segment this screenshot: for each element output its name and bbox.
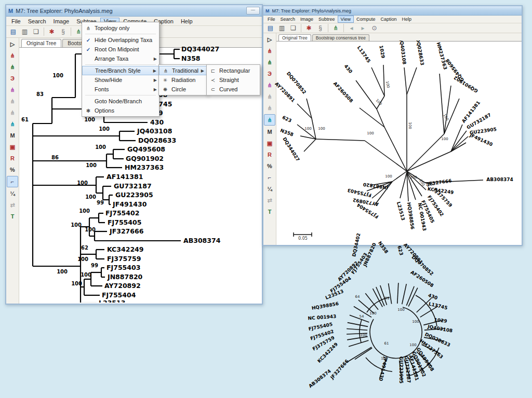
tree-style-icon[interactable]: ⋔ [264, 46, 275, 56]
highlight-tree-icon[interactable]: ⋔ [264, 114, 275, 126]
branch-length-icon[interactable]: ⌐ [264, 172, 275, 183]
save-icon[interactable]: ▤ [8, 27, 18, 36]
menu-item-root-on-midpoint[interactable]: ✓Root On Midpoint [82, 45, 159, 54]
checkmark-icon: ✓ [82, 47, 95, 52]
menu-file[interactable]: File [8, 18, 24, 25]
menu-item-goto-node-branch[interactable]: Goto Node/Branch [82, 97, 159, 106]
menu-item-show-hide[interactable]: Show/Hide▶ [82, 75, 159, 85]
menu-separator [85, 95, 156, 95]
copy-icon[interactable]: ❏ [31, 27, 41, 36]
menu-item-traditional[interactable]: ⋔Traditional▶ [159, 66, 207, 75]
menu-help[interactable]: Help [177, 18, 196, 25]
tab-original-tree[interactable]: Original Tree [278, 34, 311, 41]
app-icon: M [8, 8, 13, 14]
menu-caption[interactable]: Caption [378, 16, 399, 22]
toolbar-separator [301, 24, 301, 32]
menu-item-curved[interactable]: ⊂Curved [207, 85, 260, 94]
tab-original-tree[interactable]: Original Tree [21, 39, 61, 47]
menu-item-icon: ⋔ [159, 68, 172, 74]
tree-green-icon[interactable]: ⋔ [7, 62, 18, 72]
menu-item-fonts[interactable]: Fonts▶ [82, 85, 159, 94]
flip-branch-icon[interactable]: Э [7, 73, 18, 84]
root-icon[interactable]: R [7, 153, 18, 163]
root-icon[interactable]: R [264, 149, 275, 160]
svg-text:100: 100 [412, 320, 419, 324]
options-icon[interactable]: ✱ [304, 23, 314, 33]
svg-text:JF491430: JF491430 [378, 356, 389, 381]
menu-subtree[interactable]: Subtree [316, 16, 338, 22]
menu-file[interactable]: File [265, 16, 278, 22]
menu-item-icon: ✱ [82, 108, 95, 114]
taxa-font-icon[interactable]: T [264, 207, 275, 217]
swap-gray-icon[interactable]: ⇄ [264, 195, 275, 205]
titlebar[interactable]: M M7: Tree Explorer: PhyloAnalysis.meg — [6, 5, 262, 17]
tree-canvas[interactable] [276, 41, 522, 245]
menu-view[interactable]: View [338, 16, 354, 23]
menu-help[interactable]: Help [400, 16, 415, 22]
menu-item-rectangular[interactable]: ⊏Rectangular [207, 66, 260, 75]
menu-item-radiation[interactable]: ✳Radiation [159, 75, 207, 85]
svg-text:623: 623 [396, 245, 404, 256]
menu-item-hide-overlapping-taxa[interactable]: ✓Hide Overlapping Taxa [82, 35, 159, 45]
print-icon[interactable]: ▥ [277, 23, 287, 33]
divergence-icon[interactable]: ¼ [7, 188, 18, 199]
swap-subtree-icon[interactable]: ⋔ [7, 85, 18, 95]
svg-text:AF141381: AF141381 [408, 354, 420, 381]
menu-search[interactable]: Search [24, 18, 50, 25]
info-icon[interactable]: § [315, 23, 325, 33]
menu-image[interactable]: Image [298, 16, 316, 22]
menu-separator [85, 34, 156, 34]
save-icon[interactable]: ▤ [265, 23, 275, 33]
clock-icon[interactable]: ⊙ [369, 23, 379, 33]
tab-bootstrap-consensus-tree[interactable]: Bootstrap consensus tree [312, 34, 369, 41]
node-ids-icon[interactable]: % [7, 164, 18, 175]
taxa-font-icon[interactable]: T [7, 211, 18, 222]
menu-item-arrange-taxa[interactable]: Arrange Taxa▶ [82, 54, 159, 63]
compress-icon[interactable]: ⋔ [264, 103, 275, 113]
find-icon[interactable]: M [264, 127, 275, 137]
svg-text:100: 100 [397, 308, 404, 312]
root-box-icon[interactable]: ▣ [7, 142, 18, 152]
tree-green-icon[interactable]: ⋔ [264, 57, 275, 67]
cursor-icon[interactable]: ▷ [7, 39, 18, 49]
branch-length-icon[interactable]: ⌐ [7, 176, 18, 187]
menu-search[interactable]: Search [278, 16, 298, 22]
options-icon[interactable]: ✱ [47, 27, 57, 36]
root-box-icon[interactable]: ▣ [264, 138, 275, 148]
copy-icon[interactable]: ❏ [288, 23, 298, 33]
menu-item-straight[interactable]: ≺Straight [207, 75, 260, 85]
svg-text:KC342249: KC342249 [316, 341, 339, 364]
compress-icon[interactable]: ⋔ [7, 107, 18, 118]
flip-branch-icon[interactable]: Э [264, 68, 275, 79]
menu-image[interactable]: Image [50, 18, 73, 25]
svg-text:100: 100 [369, 311, 376, 315]
minimize-button[interactable]: — [246, 7, 260, 15]
tree-style-icon[interactable]: ⋔ [7, 50, 18, 61]
svg-text:AY720892: AY720892 [337, 260, 359, 282]
titlebar[interactable]: M M7: Tree Explorer: PhyloAnalysis.meg [263, 6, 522, 16]
subtree-gray-icon[interactable]: ⋔ [264, 91, 275, 102]
menu-item-options[interactable]: ✱Options [82, 106, 159, 115]
menu-item-label: Topology only [95, 25, 129, 31]
topology-tree-icon[interactable]: ⋔ [331, 23, 341, 33]
menu-compute[interactable]: Compute [354, 16, 378, 22]
print-icon[interactable]: ▥ [20, 27, 30, 36]
subtree-gray-icon[interactable]: ⋔ [7, 96, 18, 106]
swap-gray-icon[interactable]: ⇄ [7, 200, 18, 210]
next-icon[interactable]: ▸ [358, 23, 368, 33]
node-ids-icon[interactable]: % [264, 161, 275, 171]
info-icon[interactable]: § [58, 27, 68, 36]
find-icon[interactable]: M [7, 130, 18, 141]
menu-item-tree-branch-style[interactable]: Tree/Branch Style▶ [82, 66, 159, 75]
menu-item-circle[interactable]: ✺Circle [159, 85, 207, 94]
prev-icon[interactable]: ◂ [347, 23, 356, 33]
svg-text:L23513: L23513 [325, 289, 344, 300]
menu-item-topology-only[interactable]: ⋔Topology only [82, 23, 159, 33]
cursor-icon[interactable]: ▷ [264, 34, 275, 45]
toolbar-separator [44, 28, 44, 36]
divergence-icon[interactable]: ¼ [264, 184, 275, 194]
menu-item-icon: ≺ [207, 77, 219, 83]
highlight-tree-icon[interactable]: ⋔ [7, 119, 18, 129]
swap-subtree-icon[interactable]: ⋔ [264, 80, 275, 90]
svg-text:L13745: L13745 [428, 301, 448, 310]
